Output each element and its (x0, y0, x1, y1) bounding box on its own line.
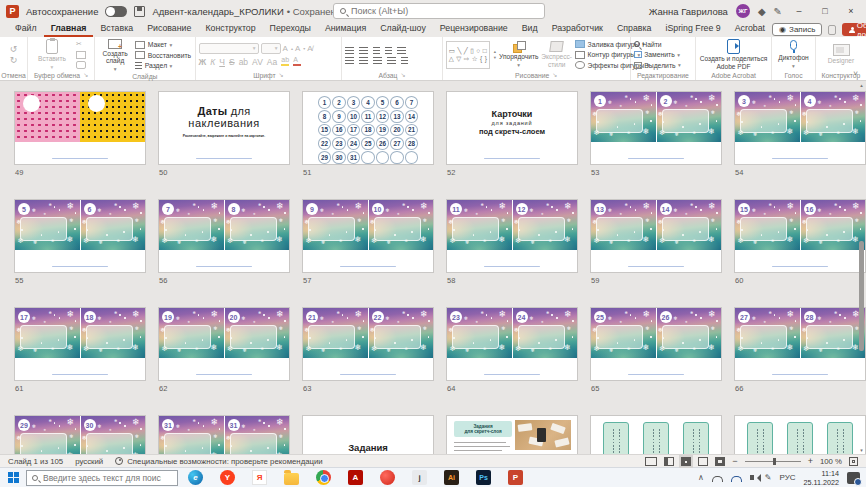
section-button[interactable]: Раздел▾ (135, 61, 191, 70)
tab-insert[interactable]: Вставка (93, 22, 140, 37)
record-button[interactable]: ◉ Запись (772, 23, 822, 36)
slide-thumbnail[interactable]: 15❄❄❄❄❄❄❄❄❄❄16❄❄❄❄❄❄❄❄❄❄ (734, 199, 866, 273)
slide-thumbnail[interactable]: 11❄❄❄❄❄❄❄❄❄❄12❄❄❄❄❄❄❄❄❄❄ (446, 199, 578, 273)
shape-icon[interactable]: △ (449, 55, 454, 62)
tab-transitions[interactable]: Переходы (263, 22, 318, 37)
chrome-icon[interactable] (316, 470, 331, 485)
tray-expand-icon[interactable]: ∧ (698, 473, 704, 482)
slide-counter[interactable]: Слайд 1 из 105 (8, 457, 63, 466)
replace-button[interactable]: Заменить▾ (634, 50, 681, 59)
shape-icon[interactable]: ▯ (470, 47, 474, 54)
close-button[interactable]: × (842, 6, 860, 16)
minimize-button[interactable]: – (790, 6, 808, 16)
notes-button[interactable] (645, 457, 657, 466)
character-spacing-button[interactable]: AV (252, 57, 263, 67)
designer-button[interactable]: Designer (819, 39, 863, 70)
slide-thumbnail[interactable]: 1234567891011121314151617181920212223242… (302, 91, 434, 165)
powerpoint-icon[interactable]: P (508, 470, 523, 485)
slide-thumbnail[interactable]: 27❄❄❄❄❄❄❄❄❄❄28❄❄❄❄❄❄❄❄❄❄ (734, 307, 866, 381)
decrease-indent-button[interactable] (373, 47, 380, 54)
underline-button[interactable]: Ч (219, 57, 225, 67)
share-button[interactable]: Общий доступ ▾ (842, 23, 866, 36)
slide-thumbnail[interactable]: 25❄❄❄❄❄❄❄❄❄❄26❄❄❄❄❄❄❄❄❄❄ (590, 307, 722, 381)
slide-thumbnail[interactable] (734, 415, 866, 454)
scroll-up-icon[interactable]: ▴ (858, 82, 865, 88)
red-badged-app-icon[interactable] (380, 470, 395, 485)
slide-thumbnail[interactable]: 3❄❄❄❄❄❄❄❄❄❄4❄❄❄❄❄❄❄❄❄❄ (734, 91, 866, 165)
font-name-select[interactable]: ▾ (199, 43, 259, 54)
reset-button[interactable]: Восстановить (135, 51, 191, 60)
slide-thumbnail[interactable]: Заданиядля скретч-слоя (446, 415, 578, 454)
slide-thumbnail[interactable] (14, 91, 146, 165)
numbering-button[interactable] (359, 47, 368, 54)
slide-sorter-view-button[interactable] (681, 457, 691, 466)
shape-icon[interactable]: ╲ (457, 47, 461, 54)
scroll-down-icon[interactable]: ▾ (858, 447, 865, 453)
file-explorer-icon[interactable] (284, 473, 299, 485)
dialog-launcher-icon[interactable]: ↘ (401, 71, 406, 80)
dialog-launcher-icon[interactable]: ↘ (83, 71, 88, 80)
undo-icon[interactable]: ↺ (10, 45, 18, 54)
dialog-launcher-icon[interactable]: ↘ (279, 71, 284, 80)
slide-thumbnail[interactable]: 13❄❄❄❄❄❄❄❄❄❄14❄❄❄❄❄❄❄❄❄❄ (590, 199, 722, 273)
line-spacing-button[interactable] (397, 47, 406, 54)
autosave-toggle[interactable] (105, 6, 127, 17)
taskbar-search[interactable] (26, 470, 178, 486)
bold-button[interactable]: Ж (199, 57, 207, 67)
shape-icon[interactable]: ☆ (472, 55, 478, 62)
photoshop-icon[interactable]: Ps (476, 470, 491, 485)
slide-thumbnail[interactable]: 23❄❄❄❄❄❄❄❄❄❄24❄❄❄❄❄❄❄❄❄❄ (446, 307, 578, 381)
slide-thumbnail[interactable]: 5❄❄❄❄❄❄❄❄❄❄6❄❄❄❄❄❄❄❄❄❄ (14, 199, 146, 273)
tab-view[interactable]: Вид (515, 22, 545, 37)
comments-icon[interactable] (828, 25, 836, 35)
zoom-level[interactable]: 100 % (820, 457, 842, 466)
clock[interactable]: 11:14 25.11.2022 (804, 469, 839, 487)
tab-draw[interactable]: Рисование (140, 22, 198, 37)
vertical-scrollbar[interactable]: ▴ ▾ (858, 81, 865, 454)
j-app-icon[interactable]: j (412, 470, 427, 485)
tab-developer[interactable]: Разработчик (545, 22, 610, 37)
tab-home[interactable]: Главная (44, 22, 94, 37)
slide-thumbnail[interactable]: Заданиядля написания (302, 415, 434, 454)
slideshow-button[interactable] (715, 457, 725, 466)
dialog-launcher-icon[interactable]: ↘ (552, 71, 557, 80)
select-button[interactable]: Выделить▾ (634, 61, 681, 70)
highlight-color-button[interactable]: ab (281, 57, 289, 67)
align-center-button[interactable] (359, 57, 368, 64)
grow-font-button[interactable]: A▴ (283, 44, 293, 53)
dictate-button[interactable]: Диктофон ▾ (775, 39, 812, 70)
cut-button[interactable]: ✂ (76, 40, 86, 49)
pen-tray-icon[interactable]: ✎ (765, 473, 772, 482)
language-status[interactable]: русский (75, 457, 103, 466)
slide-thumbnail[interactable]: Даты длянаклеиванияРаспечатайте, вырежьт… (158, 91, 290, 165)
shape-icon[interactable]: □ (483, 47, 487, 54)
italic-button[interactable]: К (210, 57, 215, 67)
fit-to-window-button[interactable] (849, 457, 858, 466)
shape-icon[interactable]: ╱ (464, 47, 468, 54)
slide-thumbnail[interactable] (590, 415, 722, 454)
font-color-button[interactable]: А (293, 57, 301, 67)
maximize-button[interactable]: □ (816, 6, 834, 16)
shapes-gallery[interactable]: ▭╲╱▯○□ △▽⇨☆{} (446, 41, 490, 69)
scroll-down-icon[interactable]: ▾ (494, 55, 496, 60)
start-button[interactable] (0, 472, 26, 483)
normal-view-button[interactable] (664, 457, 674, 466)
slide-thumbnail[interactable]: 7❄❄❄❄❄❄❄❄❄❄8❄❄❄❄❄❄❄❄❄❄ (158, 199, 290, 273)
premium-diamond-icon[interactable]: ◆ (758, 6, 766, 17)
shape-icon[interactable]: ⇨ (464, 55, 469, 62)
shape-icon[interactable]: ○ (476, 47, 480, 54)
shapes-gallery-scroll[interactable]: ▴ ▾ (493, 49, 496, 60)
quick-styles-button[interactable]: Экспресс-стили (541, 39, 572, 70)
paste-button[interactable]: Вставить ▾ (31, 39, 73, 70)
speaker-icon[interactable] (750, 475, 754, 480)
align-left-button[interactable] (345, 57, 354, 64)
tab-help[interactable]: Справка (610, 22, 659, 37)
justify-button[interactable] (387, 57, 396, 64)
slide-thumbnail[interactable]: 19❄❄❄❄❄❄❄❄❄❄20❄❄❄❄❄❄❄❄❄❄ (158, 307, 290, 381)
create-pdf-button[interactable]: Создать и поделиться Adobe PDF (699, 39, 768, 70)
slide-thumbnail[interactable]: 17❄❄❄❄❄❄❄❄❄❄18❄❄❄❄❄❄❄❄❄❄ (14, 307, 146, 381)
arrange-button[interactable]: Упорядочить ▾ (499, 39, 538, 70)
tab-review[interactable]: Рецензирование (433, 22, 515, 37)
tab-acrobat[interactable]: Acrobat (728, 22, 772, 37)
tab-slideshow[interactable]: Слайд-шоу (373, 22, 433, 37)
